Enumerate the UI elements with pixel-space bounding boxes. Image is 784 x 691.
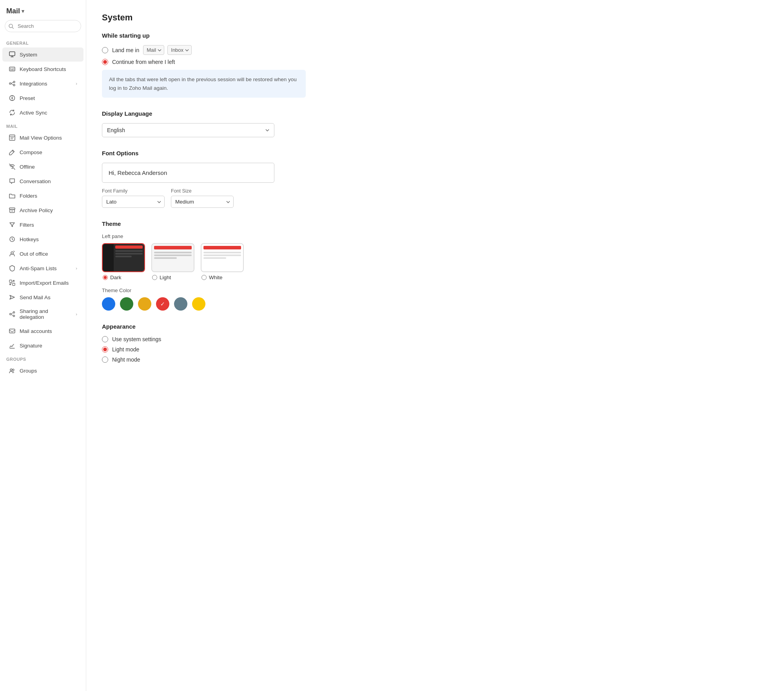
appearance-section: Appearance Use system settings Light mod… [102, 323, 768, 363]
svg-rect-5 [9, 67, 15, 71]
section-label-general: GENERAL [0, 37, 86, 47]
sidebar-item-anti-spam[interactable]: Anti-Spam Lists › [2, 261, 83, 275]
sidebar-item-label: Integrations [20, 81, 47, 87]
inbox-select[interactable]: Inbox [167, 45, 192, 55]
svg-point-38 [13, 315, 15, 317]
font-size-select[interactable]: Medium [171, 196, 234, 208]
light-mode-label: Light mode [112, 346, 139, 353]
sidebar-item-filters[interactable]: Filters [2, 218, 83, 232]
sidebar-item-sharing[interactable]: Sharing and delegation › [2, 305, 83, 324]
swatch-yellow[interactable] [192, 297, 205, 311]
sidebar-item-compose[interactable]: Compose [2, 145, 83, 159]
page-title: System [102, 13, 768, 23]
mail-accounts-icon [9, 327, 16, 335]
sidebar-item-label: Sharing and delegation [20, 308, 72, 320]
light-theme-card[interactable] [151, 243, 194, 272]
night-mode-radio[interactable] [102, 356, 108, 363]
font-size-field: Font Size Medium [171, 188, 234, 208]
sidebar-item-label: Hotkeys [20, 236, 39, 242]
search-container [5, 20, 81, 32]
sidebar-item-out-of-office[interactable]: Out of office [2, 247, 83, 261]
svg-rect-10 [11, 69, 13, 70]
color-swatches: ✓ [102, 297, 768, 311]
svg-point-32 [11, 252, 13, 254]
svg-line-40 [11, 315, 13, 316]
svg-rect-9 [10, 69, 11, 70]
sidebar-item-integrations[interactable]: Integrations › [2, 76, 83, 91]
light-line-2 [154, 255, 192, 256]
dark-sidebar [103, 244, 114, 271]
sidebar-item-active-sync[interactable]: Active Sync [2, 105, 83, 120]
swatch-yellow-orange[interactable] [138, 297, 151, 311]
font-size-label: Font Size [171, 188, 234, 194]
svg-rect-2 [9, 52, 15, 56]
sidebar-item-mail-view-options[interactable]: Mail View Options [2, 131, 83, 145]
sidebar-item-label: Mail View Options [20, 135, 62, 141]
svg-rect-11 [13, 69, 14, 70]
swatch-gray[interactable] [174, 297, 187, 311]
white-radio-row: White [201, 272, 244, 280]
sidebar-item-signature[interactable]: Signature [2, 338, 83, 353]
sidebar-item-import-export[interactable]: Import/Export Emails [2, 276, 83, 290]
language-select[interactable]: English [102, 123, 274, 137]
app-title[interactable]: Mail ▾ [0, 0, 86, 20]
sidebar-item-groups[interactable]: Groups [2, 364, 83, 378]
chevron-down-icon: › [76, 266, 77, 271]
mail-select[interactable]: Mail [143, 45, 164, 55]
dark-radio[interactable] [103, 275, 108, 280]
sidebar-item-send-mail-as[interactable]: Send Mail As [2, 290, 83, 304]
continue-option: Continue from where I left [102, 59, 768, 65]
svg-rect-6 [10, 68, 11, 69]
display-language-title: Display Language [102, 110, 768, 117]
sidebar-item-offline[interactable]: Offline [2, 160, 83, 174]
font-family-field: Font Family Lato [102, 188, 165, 208]
light-mode-radio[interactable] [102, 346, 108, 353]
dark-radio-row: Dark [102, 272, 145, 280]
sidebar-item-label: Keyboard Shortcuts [20, 66, 66, 72]
left-pane-label: Left pane [102, 233, 768, 239]
dark-header [115, 245, 143, 249]
white-theme-card[interactable] [201, 243, 244, 272]
monitor-icon [9, 51, 16, 58]
swatch-green[interactable] [120, 297, 133, 311]
search-input[interactable] [5, 20, 81, 32]
swatch-blue[interactable] [102, 297, 115, 311]
sidebar-item-label: Import/Export Emails [20, 280, 69, 286]
dark-theme-card[interactable] [102, 243, 145, 272]
system-appearance-radio[interactable] [102, 336, 108, 342]
font-preview: Hi, Rebecca Anderson [102, 163, 274, 183]
svg-point-44 [13, 369, 14, 371]
sharing-icon [9, 311, 16, 318]
sidebar: Mail ▾ GENERAL System Keyboard Shortcuts… [0, 0, 86, 691]
sidebar-item-conversation[interactable]: Conversation [2, 174, 83, 188]
continue-from-radio[interactable] [102, 59, 108, 65]
svg-point-26 [12, 168, 13, 169]
sidebar-item-folders[interactable]: Folders [2, 189, 83, 203]
sidebar-item-hotkeys[interactable]: Hotkeys [2, 232, 83, 246]
filters-icon [9, 221, 16, 228]
sidebar-item-mail-accounts[interactable]: Mail accounts [2, 324, 83, 338]
land-me-in-radio[interactable] [102, 47, 108, 53]
font-family-select[interactable]: Lato [102, 196, 165, 208]
font-family-label: Font Family [102, 188, 165, 194]
dark-card-preview [103, 244, 144, 271]
section-label-groups: GROUPS [0, 353, 86, 363]
startup-section: While starting up Land me in Mail Inbox … [102, 32, 768, 98]
light-radio[interactable] [152, 275, 157, 280]
swatch-red[interactable]: ✓ [156, 297, 169, 311]
sidebar-item-system[interactable]: System [2, 47, 83, 62]
dark-line-2 [115, 253, 143, 255]
out-of-office-icon [9, 250, 16, 257]
white-header-bar [203, 246, 241, 249]
light-header-bar [154, 246, 192, 249]
sidebar-item-label: Out of office [20, 251, 48, 257]
sidebar-item-keyboard-shortcuts[interactable]: Keyboard Shortcuts [2, 62, 83, 76]
dark-content [114, 244, 144, 271]
svg-line-33 [14, 251, 15, 252]
white-radio[interactable] [201, 275, 207, 280]
svg-point-36 [10, 313, 11, 315]
sidebar-item-archive-policy[interactable]: Archive Policy [2, 203, 83, 217]
night-mode-label: Night mode [112, 356, 140, 363]
light-card-preview [152, 244, 194, 271]
sidebar-item-preset[interactable]: Preset [2, 91, 83, 105]
